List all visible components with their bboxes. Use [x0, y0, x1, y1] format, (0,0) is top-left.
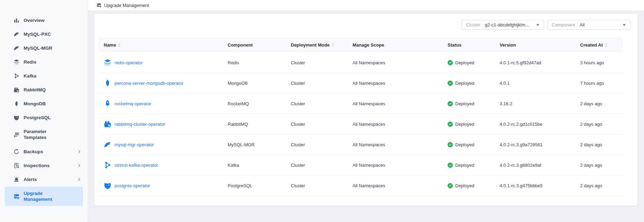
column-header-status: Status [448, 42, 500, 48]
operator-link[interactable]: strimzi-kafka-operator [115, 163, 158, 168]
status-label: Deployed [455, 81, 474, 86]
sidebar-item-label: ParameterTemplates [24, 129, 46, 140]
sidebar-item-postgresql[interactable]: PostgreSQL [0, 110, 88, 124]
version-cell: 4.0.1-rc.3.g475bbbe5 [500, 183, 580, 188]
sidebar-item-backups[interactable]: Backups [0, 145, 88, 158]
component-select-value: All [579, 22, 620, 27]
name-cell: strimzi-kafka-operator [99, 161, 228, 169]
table-row-rocketmq-operator: rocketmq-operatorRocketMQClusterAll Name… [99, 93, 623, 114]
operator-link[interactable]: rocketmq-operator [115, 101, 151, 106]
operator-link[interactable]: percona-server-mongodb-operator [115, 81, 184, 86]
filter-bar: Cluster : g2-c1-abcdefghijklm... Compone… [461, 20, 630, 30]
dolphin-icon [13, 31, 19, 37]
sidebar-item-label: MongoDB [24, 101, 46, 107]
sidebar-item-alerts[interactable]: Alerts [0, 172, 88, 186]
sidebar-nav: OverviewMySQL-PXCMySQL-MGRRedisKafkaRabb… [0, 0, 88, 222]
operator-link[interactable]: rabbitmq-cluster-operator [115, 122, 165, 127]
sliders-icon [13, 131, 19, 138]
top-bar: Upgrade Management [88, 0, 644, 10]
created-at-cell: 2 days ago [580, 142, 623, 147]
table-row-strimzi-kafka-operator: strimzi-kafka-operatorKafkaClusterAll Na… [99, 155, 623, 175]
manage-scope-cell: All Namespaces [353, 142, 448, 147]
component-cell: MongoDB [228, 81, 291, 86]
redis-icon [104, 59, 111, 66]
cluster-select-label: Cluster : [466, 22, 483, 27]
sidebar-item-inspections[interactable]: Inspections [0, 158, 88, 172]
column-header-version: Version [500, 42, 580, 48]
sidebar-item-label: PostgreSQL [24, 115, 51, 121]
column-header-name[interactable]: Name [99, 42, 228, 48]
manage-scope-cell: All Namespaces [353, 81, 448, 86]
component-cell: Kafka [228, 163, 291, 168]
operator-link[interactable]: postgres-operator [115, 183, 150, 188]
alert-icon [13, 176, 19, 182]
sidebar-item-mysql-mgr[interactable]: MySQL-MGR [0, 41, 88, 55]
rocket-icon [104, 100, 111, 107]
component-cell: MySQL-MGR [228, 142, 291, 147]
deployment-mode-cell: Cluster [291, 81, 353, 86]
leaf-icon [13, 100, 19, 107]
column-header-created-at[interactable]: Created At [580, 42, 623, 48]
sidebar-item-mysql-pxc[interactable]: MySQL-PXC [0, 27, 88, 41]
version-cell: 3.16.2 [500, 101, 580, 106]
deployment-mode-cell: Cluster [291, 60, 353, 65]
deployment-mode-cell: Cluster [291, 142, 353, 147]
sidebar-item-upgrade-management[interactable]: UpgradeManagement [0, 186, 88, 206]
created-at-cell: 2 days ago [580, 122, 623, 127]
name-cell: rabbitmq-cluster-operator [99, 120, 228, 128]
kafka-icon [104, 161, 111, 169]
chevron-right-icon [77, 178, 81, 181]
bar-chart-icon [13, 17, 19, 23]
chevron-right-icon [77, 150, 81, 154]
column-header-deployment-mode[interactable]: Deployment Mode [291, 42, 353, 48]
redis-icon [13, 59, 19, 65]
dolphin-icon [104, 141, 111, 148]
status-cell: Deployed [448, 163, 500, 168]
status-deployed-icon [448, 163, 453, 168]
sidebar-item-label: Backups [24, 149, 43, 155]
operators-table: NameComponentDeployment ModeManage Scope… [99, 38, 623, 196]
sidebar-item-rabbitmq[interactable]: RabbitMQ [0, 83, 88, 97]
sidebar-item-overview[interactable]: Overview [0, 13, 88, 27]
sort-icon [332, 43, 334, 47]
status-cell: Deployed [448, 60, 500, 65]
created-at-cell: 2 days ago [580, 101, 623, 106]
status-deployed-icon [448, 142, 453, 147]
sidebar-item-kafka[interactable]: Kafka [0, 69, 88, 83]
table-row-postgres-operator: postgres-operatorPostgreSQLClusterAll Na… [99, 175, 623, 196]
manage-scope-cell: All Namespaces [353, 60, 448, 65]
status-cell: Deployed [448, 122, 500, 127]
operator-link[interactable]: redis-operator [115, 60, 143, 65]
sidebar-item-mongodb[interactable]: MongoDB [0, 97, 88, 110]
cluster-select[interactable]: Cluster : g2-c1-abcdefghijklm... [461, 20, 544, 30]
sort-icon [605, 43, 608, 47]
sidebar-item-label: UpgradeManagement [24, 190, 52, 202]
sidebar-item-label: Inspections [24, 163, 50, 168]
component-cell: RocketMQ [228, 101, 291, 106]
page-title: Upgrade Management [104, 3, 149, 8]
component-select[interactable]: Component : All [547, 20, 630, 30]
app-window: Upgrade Management OverviewMySQL-PXCMySQ… [0, 0, 644, 222]
sidebar-item-label: Alerts [24, 176, 37, 182]
sidebar-item-redis[interactable]: Redis [0, 55, 88, 69]
manage-scope-cell: All Namespaces [353, 163, 448, 168]
manage-scope-cell: All Namespaces [353, 122, 448, 127]
name-cell: postgres-operator [99, 182, 228, 189]
backup-icon [13, 148, 19, 155]
sidebar-item-label: Overview [24, 17, 44, 23]
sidebar-item-label: MySQL-MGR [24, 45, 52, 51]
chevron-down-icon [622, 24, 626, 26]
operator-link[interactable]: mysql-mgr-operator [115, 142, 154, 147]
upgrade-icon [13, 193, 19, 199]
table-header-row: NameComponentDeployment ModeManage Scope… [99, 38, 623, 52]
name-cell: redis-operator [99, 59, 228, 66]
sidebar-item-parameter-templates[interactable]: ParameterTemplates [0, 124, 88, 145]
version-cell: 4.0.2-rc.3.g6802e9af [500, 163, 580, 168]
table-row-mysql-mgr-operator: mysql-mgr-operatorMySQL-MGRClusterAll Na… [99, 134, 623, 155]
elephant-icon [104, 182, 111, 189]
sidebar-item-label: RabbitMQ [24, 87, 46, 93]
column-header-label: Name [104, 42, 116, 48]
manage-scope-cell: All Namespaces [353, 183, 448, 188]
table-row-percona-server-mongodb-operator: percona-server-mongodb-operatorMongoDBCl… [99, 73, 623, 93]
status-label: Deployed [455, 142, 474, 147]
